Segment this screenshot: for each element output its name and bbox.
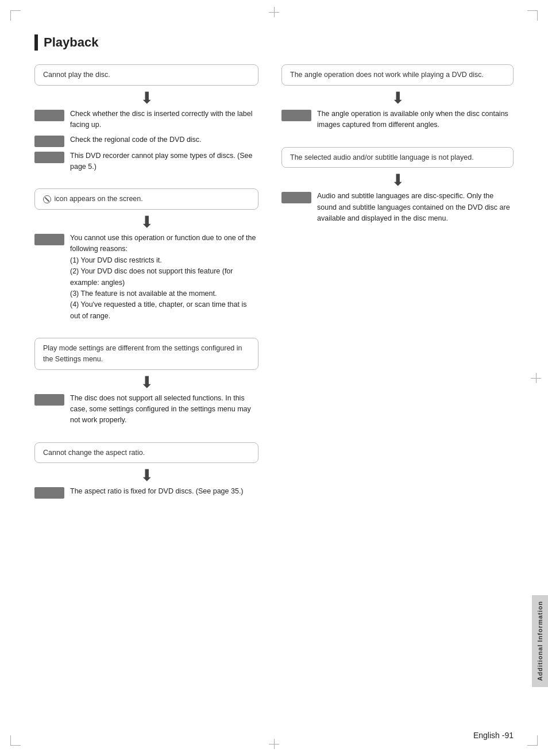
corner-mark-bl xyxy=(10,735,21,746)
corner-mark-tl xyxy=(10,10,21,21)
solution-text-7: The angle operation is available only wh… xyxy=(317,109,514,131)
issue-box-angle: The angle operation does not work while … xyxy=(281,64,514,86)
arrow-icon-appears: ⬇ xyxy=(34,214,258,230)
arrow-audio: ⬇ xyxy=(281,172,514,188)
solution-icon-3 xyxy=(34,152,64,163)
corner-mark-tr xyxy=(527,10,538,21)
arrow-cannot-play: ⬇ xyxy=(34,90,258,106)
solution-icon-8 xyxy=(281,192,311,203)
right-column: The angle operation does not work while … xyxy=(281,64,514,515)
solution-row: The angle operation is available only wh… xyxy=(281,109,514,131)
solution-text-2: Check the regional code of the DVD disc. xyxy=(70,134,202,145)
section-aspect-ratio: Cannot change the aspect ratio. ⬇ The as… xyxy=(34,442,258,499)
solution-icon-4 xyxy=(34,234,64,245)
solution-icon-1 xyxy=(34,110,64,121)
solution-row: Check the regional code of the DVD disc. xyxy=(34,134,258,147)
issue-text-cannot-play: Cannot play the disc. xyxy=(43,71,110,79)
issue-text-audio: The selected audio and/or subtitle langu… xyxy=(290,153,474,161)
section-cannot-play: Cannot play the disc. ⬇ Check whether th… xyxy=(34,64,258,172)
solution-text-4: You cannot use this operation or functio… xyxy=(70,233,258,322)
issue-text-aspect-ratio: Cannot change the aspect ratio. xyxy=(43,449,145,457)
solution-row: The aspect ratio is fixed for DVD discs.… xyxy=(34,486,258,499)
issue-text-icon-appears: icon appears on the screen. xyxy=(54,195,142,203)
solution-text-3: This DVD recorder cannot play some types… xyxy=(70,151,258,173)
solution-text-1: Check whether the disc is inserted corre… xyxy=(70,109,258,131)
section-icon-appears: icon appears on the screen. ⬇ You cannot… xyxy=(34,188,258,322)
arrow-play-mode: ⬇ xyxy=(34,375,258,391)
issue-box-icon-appears: icon appears on the screen. xyxy=(34,188,258,210)
issue-box-play-mode: Play mode settings are different from th… xyxy=(34,338,258,370)
arrow-aspect-ratio: ⬇ xyxy=(34,468,258,484)
solution-text-5: The disc does not support all selected f… xyxy=(70,393,258,426)
solution-row: You cannot use this operation or functio… xyxy=(34,233,258,322)
solution-icon-2 xyxy=(34,136,64,147)
issue-box-audio: The selected audio and/or subtitle langu… xyxy=(281,147,514,168)
heading-bar xyxy=(34,34,38,51)
side-tab-label: Additional Information xyxy=(537,601,543,681)
solution-text-8: Audio and subtitle languages are disc-sp… xyxy=(317,191,514,224)
section-heading: Playback xyxy=(34,34,514,51)
columns: Cannot play the disc. ⬇ Check whether th… xyxy=(34,64,514,515)
no-symbol-icon xyxy=(43,195,54,203)
crosshair-top xyxy=(269,7,279,17)
side-tab: Additional Information xyxy=(532,595,548,687)
arrow-angle: ⬇ xyxy=(281,90,514,106)
page-title: Playback xyxy=(44,35,98,50)
corner-mark-br xyxy=(527,735,538,746)
solution-row: Check whether the disc is inserted corre… xyxy=(34,109,258,131)
solution-icon-6 xyxy=(34,487,64,499)
solution-icon-7 xyxy=(281,110,311,121)
page-number: English -91 xyxy=(473,731,514,740)
crosshair-right xyxy=(531,373,541,383)
solution-icon-5 xyxy=(34,394,64,406)
section-audio-subtitle: The selected audio and/or subtitle langu… xyxy=(281,147,514,225)
issue-text-play-mode: Play mode settings are different from th… xyxy=(43,344,242,363)
solution-text-6: The aspect ratio is fixed for DVD discs.… xyxy=(70,486,244,497)
issue-box-aspect-ratio: Cannot change the aspect ratio. xyxy=(34,442,258,464)
left-column: Cannot play the disc. ⬇ Check whether th… xyxy=(34,64,258,515)
solution-row: This DVD recorder cannot play some types… xyxy=(34,151,258,173)
solution-row: The disc does not support all selected f… xyxy=(34,393,258,426)
no-entry-icon xyxy=(43,195,51,203)
solution-row: Audio and subtitle languages are disc-sp… xyxy=(281,191,514,224)
page: Additional Information Playback Cannot p… xyxy=(0,0,548,756)
section-angle-not-work: The angle operation does not work while … xyxy=(281,64,514,131)
issue-box-cannot-play: Cannot play the disc. xyxy=(34,64,258,86)
crosshair-bottom xyxy=(269,739,279,749)
section-play-mode: Play mode settings are different from th… xyxy=(34,338,258,426)
issue-text-angle: The angle operation does not work while … xyxy=(290,71,484,79)
